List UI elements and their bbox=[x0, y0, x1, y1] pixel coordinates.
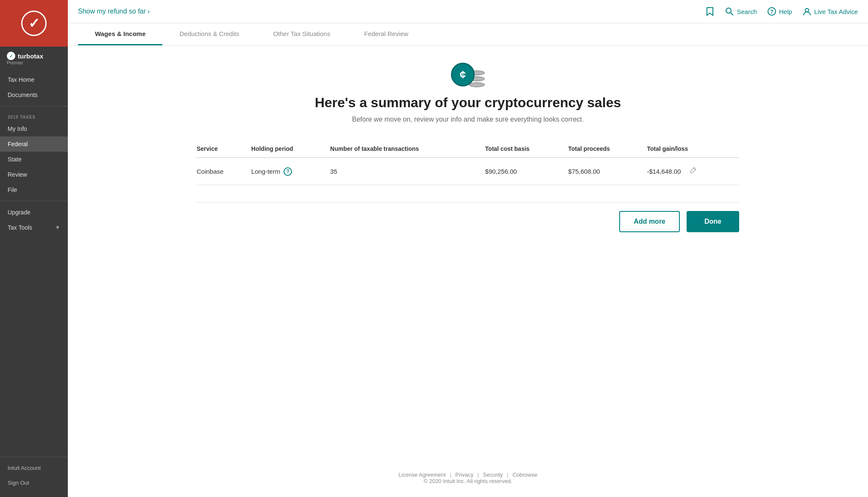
holding-period-help-icon[interactable]: ? bbox=[284, 167, 292, 176]
footer-license-link[interactable]: License Agreement bbox=[398, 472, 445, 478]
sidebar-item-review[interactable]: Review bbox=[0, 167, 68, 182]
brand-area: ✓ turbotax Premier bbox=[0, 47, 68, 69]
brand-name: turbotax bbox=[18, 53, 43, 60]
tab-federal-review[interactable]: Federal Review bbox=[347, 23, 425, 45]
page-footer: License Agreement | Privacy | Security |… bbox=[68, 459, 868, 497]
sidebar-item-tax-home[interactable]: Tax Home bbox=[0, 72, 68, 87]
sidebar-item-tax-tools[interactable]: Tax Tools ▼ bbox=[0, 220, 68, 235]
sidebar-item-sign-out[interactable]: Sign Out bbox=[0, 475, 68, 490]
sidebar-item-upgrade[interactable]: Upgrade bbox=[0, 205, 68, 220]
chevron-down-icon: ▼ bbox=[55, 225, 60, 230]
col-total-proceeds: Total proceeds bbox=[568, 140, 647, 158]
footer-cobrowse-link[interactable]: Cobrowse bbox=[512, 472, 537, 478]
done-button[interactable]: Done bbox=[687, 211, 739, 232]
person-icon bbox=[802, 7, 812, 16]
refund-link[interactable]: Show my refund so far › bbox=[78, 8, 150, 15]
crypto-summary-table: Service Holding period Number of taxable… bbox=[197, 140, 739, 185]
turbotax-icon: ✓ bbox=[7, 52, 15, 60]
sidebar-item-intuit-account[interactable]: Intuit Account bbox=[0, 461, 68, 475]
tab-other-tax-situations[interactable]: Other Tax Situations bbox=[256, 23, 347, 45]
svg-point-0 bbox=[726, 8, 731, 13]
add-more-button[interactable]: Add more bbox=[619, 211, 680, 232]
header-actions: Search ? Help bbox=[705, 7, 858, 16]
sidebar-item-federal[interactable]: Federal bbox=[0, 136, 68, 152]
svg-point-4 bbox=[805, 8, 809, 12]
cell-num-transactions: 35 bbox=[330, 158, 485, 185]
col-num-transactions: Number of taxable transactions bbox=[330, 140, 485, 158]
sidebar-item-my-info[interactable]: My Info bbox=[0, 121, 68, 136]
help-icon: ? bbox=[767, 7, 776, 16]
tab-wages-income[interactable]: Wages & Income bbox=[78, 23, 162, 45]
bookmark-icon bbox=[705, 7, 715, 16]
svg-text:?: ? bbox=[770, 8, 773, 15]
nav-tabs: Wages & Income Deductions & Credits Othe… bbox=[68, 23, 868, 46]
crypto-icon: ¢ bbox=[451, 63, 485, 88]
arrow-right-icon: › bbox=[147, 8, 150, 15]
tab-deductions-credits[interactable]: Deductions & Credits bbox=[162, 23, 256, 45]
col-total-gain-loss: Total gain/loss bbox=[647, 140, 739, 158]
cell-service: Coinbase bbox=[197, 158, 251, 185]
footer-security-link[interactable]: Security bbox=[483, 472, 503, 478]
main-content: Show my refund so far › bbox=[68, 0, 868, 497]
col-holding-period: Holding period bbox=[251, 140, 330, 158]
summary-header: ¢ Here's a summary of your cryptocurrenc… bbox=[197, 63, 739, 123]
sidebar-navigation: Tax Home Documents 2019 TAXES My Info Fe… bbox=[0, 69, 68, 457]
search-button[interactable]: Search bbox=[725, 7, 757, 16]
footer-privacy-link[interactable]: Privacy bbox=[455, 472, 473, 478]
col-total-cost-basis: Total cost basis bbox=[485, 140, 568, 158]
cell-total-proceeds: $75,608.00 bbox=[568, 158, 647, 185]
page-title: Here's a summary of your cryptocurrency … bbox=[197, 95, 739, 111]
footer-copyright: © 2020 Intuit Inc. All rights reserved. bbox=[81, 478, 855, 484]
search-icon bbox=[725, 7, 734, 16]
live-tax-advice-button[interactable]: Live Tax Advice bbox=[802, 7, 858, 16]
page-content: ¢ Here's a summary of your cryptocurrenc… bbox=[171, 46, 765, 459]
section-label-2019-taxes: 2019 TAXES bbox=[0, 110, 68, 121]
action-buttons: Add more Done bbox=[197, 202, 739, 241]
sidebar-item-file[interactable]: File bbox=[0, 182, 68, 197]
sidebar-bottom: Intuit Account Sign Out bbox=[0, 457, 68, 497]
sidebar: ✓ ✓ turbotax Premier Tax Home Documents … bbox=[0, 0, 68, 497]
top-header: Show my refund so far › bbox=[68, 0, 868, 23]
bookmark-button[interactable] bbox=[705, 7, 715, 16]
sidebar-item-documents[interactable]: Documents bbox=[0, 87, 68, 103]
logo-area: ✓ bbox=[0, 0, 68, 47]
help-button[interactable]: ? Help bbox=[767, 7, 792, 16]
cell-total-cost-basis: $90,256.00 bbox=[485, 158, 568, 185]
page-subtitle: Before we move on, review your info and … bbox=[197, 116, 739, 123]
sidebar-item-state[interactable]: State bbox=[0, 152, 68, 167]
cell-holding-period: Long-term ? bbox=[251, 158, 330, 185]
brand-tier: Premier bbox=[7, 60, 43, 65]
col-service: Service bbox=[197, 140, 251, 158]
dollar-sign-icon: ¢ bbox=[460, 68, 466, 81]
cell-total-gain-loss: -$14,648.00 bbox=[647, 158, 739, 185]
svg-line-1 bbox=[731, 13, 733, 15]
coin-main: ¢ bbox=[451, 63, 475, 86]
logo-checkmark: ✓ bbox=[21, 11, 47, 36]
table-row: Coinbase Long-term ? 35 $90,256.00 $75,6… bbox=[197, 158, 739, 185]
edit-icon[interactable] bbox=[689, 167, 697, 176]
